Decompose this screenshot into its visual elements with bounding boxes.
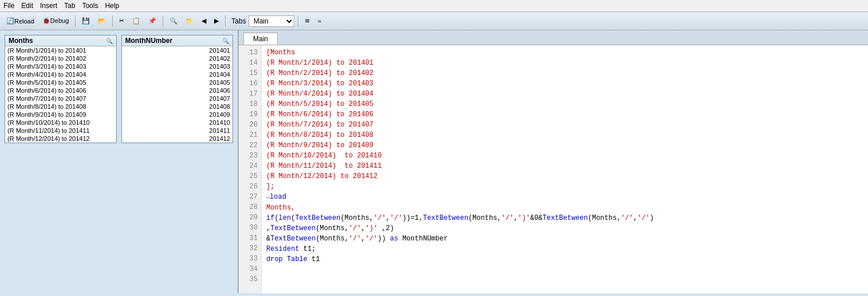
monthnumber-search-icon[interactable]: 🔍	[222, 38, 229, 44]
code-line: (R Month/9/2014) to 201409	[266, 140, 863, 151]
line-number: 34	[242, 264, 258, 274]
list-item[interactable]: (R Month/5/2014) to 201405	[5, 78, 116, 86]
monthnumber-title: MonthNUmber	[125, 37, 173, 45]
list-item[interactable]: (R Month/12/2014) to 201412	[5, 135, 116, 143]
separator-4	[225, 15, 226, 27]
open-button[interactable]: 📂	[95, 15, 109, 26]
menu-file[interactable]: File	[3, 2, 14, 10]
line-number: 13	[242, 48, 258, 58]
menu-bar: File Edit Insert Tab Tools Help	[0, 0, 868, 12]
menu-help[interactable]: Help	[105, 2, 119, 10]
menu-edit[interactable]: Edit	[21, 2, 33, 10]
find-button[interactable]: 🔍	[167, 15, 180, 26]
menu-insert[interactable]: Insert	[40, 2, 57, 10]
list-item[interactable]: 201403	[122, 62, 233, 70]
list-item[interactable]: 201409	[122, 110, 233, 119]
months-listbox-header: Months 🔍	[5, 35, 116, 46]
list-item[interactable]: 201410	[122, 119, 233, 127]
code-line: Months,	[266, 203, 863, 213]
tabs-dropdown[interactable]: Main	[248, 15, 294, 27]
line-number: 27	[242, 192, 258, 202]
main-layout: Months 🔍 (R Month/1/2014) to 201401(R Mo…	[0, 30, 868, 293]
months-search-icon[interactable]: 🔍	[106, 38, 113, 44]
line-number: 19	[242, 109, 258, 120]
code-line: (R Month/6/2014) to 201406	[266, 109, 863, 120]
tab-main[interactable]: Main	[243, 33, 278, 45]
code-area[interactable]: [Months(R Month/1/2014) to 201401(R Mont…	[262, 45, 868, 293]
code-line: (R Month/1/2014) to 201401	[266, 58, 863, 68]
list-item[interactable]: (R Month/1/2014) to 201401	[5, 46, 116, 54]
list-item[interactable]: (R Month/2/2014) to 201402	[5, 54, 116, 62]
code-line: ];	[266, 181, 863, 192]
list-item[interactable]: (R Month/6/2014) to 201406	[5, 86, 116, 94]
code-line: (R Month/10/2014) to 201410	[266, 151, 863, 161]
editor-content[interactable]: 1314151617181920212223242526272829303132…	[239, 45, 868, 293]
line-number: 24	[242, 161, 258, 171]
editor-panel: Main 13141516171819202122232425262728293…	[238, 30, 868, 293]
cut-button[interactable]: ✂	[116, 15, 127, 26]
code-line: ↵load	[266, 192, 863, 203]
reload-button[interactable]: 🔄 Reload	[3, 15, 37, 26]
separator-2	[112, 15, 113, 27]
code-line: Resident t1;	[266, 244, 863, 254]
code-line: &TextBetween(Months,'/','/')) as MonthNU…	[266, 234, 863, 244]
forward-button[interactable]: ▶	[211, 15, 222, 26]
copy-button[interactable]: 📋	[129, 15, 143, 26]
reload-icon: 🔄	[6, 17, 14, 25]
debug-button[interactable]: 🐞Debug	[40, 15, 72, 26]
list-item[interactable]: 201412	[122, 135, 233, 143]
monthnumber-listbox-header: MonthNUmber 🔍	[122, 35, 233, 46]
line-number: 21	[242, 130, 258, 140]
list-item[interactable]: 201402	[122, 54, 233, 62]
paste-button[interactable]: 📌	[145, 15, 159, 26]
line-number: 14	[242, 58, 258, 68]
toolbar: 🔄 Reload 🐞Debug 💾 📂 ✂ 📋 📌 🔍 📁 ◀ ▶ Tabs M…	[0, 12, 868, 30]
code-line: if(len(TextBetween(Months,'/','/'))=1,Te…	[266, 213, 863, 223]
line-number: 15	[242, 68, 258, 78]
months-list-content: (R Month/1/2014) to 201401(R Month/2/201…	[5, 46, 116, 143]
line-number: 16	[242, 78, 258, 89]
line-number: 17	[242, 89, 258, 99]
back-button[interactable]: ◀	[199, 15, 209, 26]
months-title: Months	[9, 37, 33, 45]
extra-btn-1[interactable]: ≋	[302, 15, 313, 26]
line-number: 30	[242, 223, 258, 233]
months-listbox: Months 🔍 (R Month/1/2014) to 201401(R Mo…	[5, 35, 117, 143]
monthnumber-list-content: 2014012014022014032014042014052014062014…	[122, 46, 233, 143]
list-item[interactable]: (R Month/9/2014) to 201409	[5, 110, 116, 119]
list-item[interactable]: 201401	[122, 46, 233, 54]
menu-tools[interactable]: Tools	[82, 2, 98, 10]
line-number: 33	[242, 254, 258, 264]
line-number: 32	[242, 243, 258, 254]
code-line: (R Month/11/2014) to 201411	[266, 161, 863, 171]
list-item[interactable]: 201404	[122, 70, 233, 78]
list-item[interactable]: 201408	[122, 102, 233, 110]
code-line: drop Table t1	[266, 254, 863, 265]
list-item[interactable]: (R Month/3/2014) to 201403	[5, 62, 116, 70]
list-item[interactable]: 201411	[122, 127, 233, 135]
list-item[interactable]: (R Month/8/2014) to 201408	[5, 102, 116, 110]
menu-tab[interactable]: Tab	[64, 2, 75, 10]
separator-5	[298, 15, 298, 27]
save-button[interactable]: 💾	[79, 15, 93, 26]
folder-button[interactable]: 📁	[183, 15, 196, 26]
reload-label: Reload	[14, 18, 34, 25]
code-line: (R Month/7/2014) to 201407	[266, 120, 863, 130]
line-number: 22	[242, 140, 258, 151]
list-item[interactable]: (R Month/10/2014) to 201410	[5, 119, 116, 127]
list-item[interactable]: 201407	[122, 94, 233, 102]
list-item[interactable]: 201405	[122, 78, 233, 86]
extra-btn-2[interactable]: ≈	[315, 16, 324, 26]
line-number: 23	[242, 151, 258, 161]
line-number: 26	[242, 181, 258, 192]
list-item[interactable]: 201406	[122, 86, 233, 94]
list-item[interactable]: (R Month/4/2014) to 201404	[5, 70, 116, 78]
line-number: 29	[242, 212, 258, 223]
list-item[interactable]: (R Month/7/2014) to 201407	[5, 94, 116, 102]
line-number: 31	[242, 233, 258, 243]
tabs-label: Tabs	[231, 17, 246, 25]
list-item[interactable]: (R Month/11/2014) to 201411	[5, 127, 116, 135]
code-line: (R Month/5/2014) to 201405	[266, 99, 863, 109]
code-line: [Months	[266, 48, 863, 58]
line-numbers: 1314151617181920212223242526272829303132…	[239, 45, 262, 293]
